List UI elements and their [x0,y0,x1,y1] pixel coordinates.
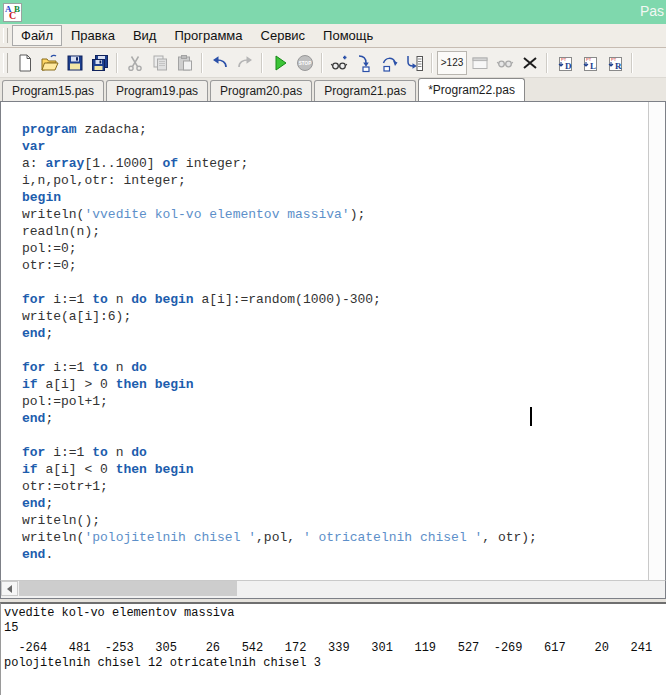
calc-expression-button[interactable]: >123 [437,51,467,75]
code-line: for i:=1 to n do [22,444,665,461]
tab-program20pas[interactable]: Program20.pas [210,80,312,101]
code-line: writeln('polojitelnih chisel ',pol, ' ot… [22,529,665,546]
watch-add-icon [330,53,350,73]
watch-button[interactable] [492,51,517,75]
panel-disassembly-button[interactable]: PTD [552,51,577,75]
undo-icon [210,53,230,73]
output-line: -264 481 -253 305 26 542 172 339 301 119… [4,641,663,656]
code-line: var [22,138,665,155]
text-caret [530,407,532,426]
svg-text:STOP: STOP [298,60,310,65]
doc-r-icon: PTR [605,53,625,73]
code-line [22,274,665,291]
new-file-button[interactable] [12,51,37,75]
redo-button[interactable] [232,51,257,75]
svg-text:L: L [590,61,596,71]
code-line: a: array[1..1000] of integer; [22,155,665,172]
app-logo-icon: A B C [3,3,22,22]
paste-button[interactable] [172,51,197,75]
code-line: pol:=pol+1; [22,393,665,410]
tab-program19pas[interactable]: Program19.pas [106,80,208,101]
menubar-grip[interactable] [3,28,8,43]
copy-button[interactable] [147,51,172,75]
horizontal-scrollbar[interactable] [0,580,666,599]
menu-bar: ФайлПравкаВидПрограммаСервисПомощь [0,24,666,48]
toolbar-separator [116,53,118,73]
toolbar-grip[interactable] [3,53,8,73]
code-line: writeln('vvedite kol-vo elementov massiv… [22,206,665,223]
new-file-icon [15,53,35,73]
undo-button[interactable] [207,51,232,75]
redo-icon [235,53,255,73]
toolbar-separator [631,53,633,73]
logo-letter-c: C [9,11,16,21]
toolbar-separator [321,53,323,73]
save-all-icon [90,53,110,73]
toolbar-separator [261,53,263,73]
chevron-left-icon [7,585,12,593]
code-line: for i:=1 to n do begin a[i]:=random(1000… [22,291,665,308]
toolbar-separator [201,53,203,73]
code-line: writeln(); [22,512,665,529]
scroll-left-button[interactable] [1,581,18,596]
save-icon [65,53,85,73]
panel-results-button[interactable]: PTR [602,51,627,75]
menu-item-service[interactable]: Сервис [252,25,315,46]
toolbar-separator [431,53,433,73]
menu-item-file[interactable]: Файл [12,25,62,46]
title-bar: A B C Pas [0,0,666,24]
code-line: end. [22,546,665,563]
menu-item-edit[interactable]: Правка [62,25,124,46]
output-line: vvedite kol-vo elementov massiva [4,606,663,621]
code-line: for i:=1 to n do [22,359,665,376]
code-area: program zadacha;vara: array[1..1000] of … [1,102,665,563]
toolbar: STOP [0,48,666,78]
code-line: otr:=otr+1; [22,478,665,495]
watch-icon [495,53,515,73]
add-watch-button[interactable] [327,51,352,75]
stop-icon: STOP [295,53,315,73]
code-line: end; [22,495,665,512]
step-over-button[interactable] [377,51,402,75]
toolbar-separator [546,53,548,73]
code-line [22,342,665,359]
step-into-icon [355,53,375,73]
code-line: if a[i] > 0 then begin [22,376,665,393]
run-to-cursor-button[interactable] [402,51,427,75]
open-file-button[interactable] [37,51,62,75]
code-line: otr:=0; [22,257,665,274]
menu-item-program[interactable]: Программа [165,25,251,46]
code-line: pol:=0; [22,240,665,257]
doc-d-icon: PTD [555,53,575,73]
code-line: i,n,pol,otr: integer; [22,172,665,189]
cut-button[interactable] [122,51,147,75]
output-window-button[interactable] [467,51,492,75]
step-into-button[interactable] [352,51,377,75]
run-to-cursor-icon [405,53,425,73]
stop-debug-button[interactable] [517,51,542,75]
stop-button[interactable]: STOP [292,51,317,75]
vertical-scrollbar[interactable] [648,102,665,580]
svg-text:D: D [565,61,572,71]
cut-icon [125,53,145,73]
code-editor[interactable]: program zadacha;vara: array[1..1000] of … [0,101,666,580]
code-line [22,427,665,444]
menu-item-help[interactable]: Помощь [314,25,382,46]
code-line: end; [22,325,665,342]
menu-item-view[interactable]: Вид [124,25,166,46]
run-button[interactable] [267,51,292,75]
tab-program22pas[interactable]: *Program22.pas [418,78,525,101]
save-all-button[interactable] [87,51,112,75]
scrollbar-thumb[interactable] [19,581,237,596]
panel-locals-button[interactable]: PTL [577,51,602,75]
calc-expression-label: >123 [441,57,464,68]
run-icon [270,53,290,73]
output-line: polojitelnih chisel 12 otricatelnih chis… [4,656,663,671]
doc-l-icon: PTL [580,53,600,73]
code-line: end; [22,410,665,427]
paste-icon [175,53,195,73]
tab-program21pas[interactable]: Program21.pas [314,80,416,101]
svg-text:R: R [615,61,622,71]
save-button[interactable] [62,51,87,75]
tab-program15pas[interactable]: Program15.pas [2,80,104,101]
